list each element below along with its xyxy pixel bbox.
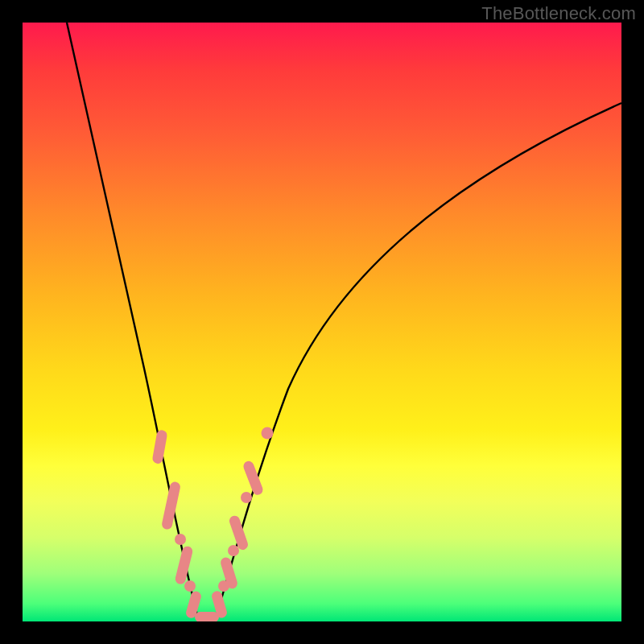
svg-rect-0 xyxy=(151,429,167,464)
svg-point-12 xyxy=(241,492,252,503)
plot-area xyxy=(23,23,621,621)
svg-point-2 xyxy=(175,534,186,545)
bottleneck-curve xyxy=(23,23,621,621)
curve-left-branch xyxy=(67,23,198,618)
chart-container: TheBottleneck.com xyxy=(0,0,644,644)
svg-rect-6 xyxy=(195,612,219,621)
svg-point-4 xyxy=(184,580,196,592)
svg-point-14 xyxy=(262,427,274,440)
svg-rect-1 xyxy=(161,481,181,530)
curve-right-branch xyxy=(216,103,621,618)
watermark-text: TheBottleneck.com xyxy=(481,3,636,24)
svg-rect-3 xyxy=(174,545,193,585)
svg-point-10 xyxy=(228,545,239,556)
data-markers xyxy=(151,427,273,622)
